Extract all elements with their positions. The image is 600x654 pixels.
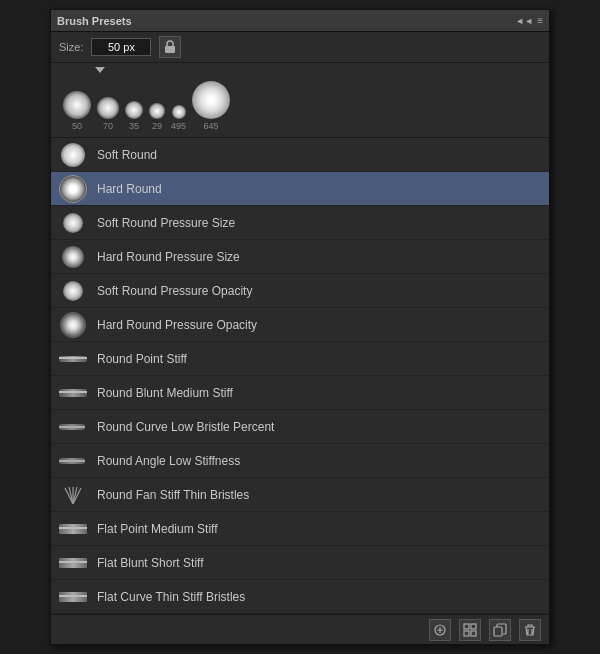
brush-item-round-point-stiff[interactable]: Round Point Stiff (51, 342, 549, 376)
svg-rect-10 (471, 631, 476, 636)
brush-sample-3[interactable]: 29 (149, 103, 165, 131)
brush-name-0: Soft Round (97, 148, 157, 162)
brush-item-hard-round-pressure-size[interactable]: Hard Round Pressure Size (51, 240, 549, 274)
brush-thumb-5 (59, 311, 87, 339)
title-bar-right: ◄◄ ≡ (515, 15, 543, 26)
brush-name-8: Round Curve Low Bristle Percent (97, 420, 274, 434)
brush-item-flat-point-medium-stiff[interactable]: Flat Point Medium Stiff (51, 512, 549, 546)
brush-name-5: Hard Round Pressure Opacity (97, 318, 257, 332)
brush-name-11: Flat Point Medium Stiff (97, 522, 218, 536)
brush-sample-1[interactable]: 70 (97, 97, 119, 131)
menu-icon[interactable]: ≡ (537, 15, 543, 26)
brush-item-soft-round-pressure-size[interactable]: Soft Round Pressure Size (51, 206, 549, 240)
svg-line-5 (73, 488, 81, 504)
brush-item-round-angle-low-stiffness[interactable]: Round Angle Low Stiffness (51, 444, 549, 478)
brush-name-10: Round Fan Stiff Thin Bristles (97, 488, 249, 502)
panel-title: Brush Presets (57, 15, 132, 27)
svg-rect-0 (165, 46, 175, 53)
title-bar-left: Brush Presets (57, 15, 132, 27)
collapse-arrows[interactable]: ◄◄ (515, 16, 533, 26)
size-indicator (95, 67, 105, 73)
brush-name-9: Round Angle Low Stiffness (97, 454, 240, 468)
brush-thumb-9 (59, 447, 87, 475)
brush-name-4: Soft Round Pressure Opacity (97, 284, 252, 298)
svg-line-1 (65, 488, 73, 504)
brush-sample-5[interactable]: 645 (192, 81, 230, 131)
brush-thumb-6 (59, 345, 87, 373)
bottom-toolbar (51, 614, 549, 644)
brush-options-btn[interactable] (459, 619, 481, 641)
brush-item-round-curve-low-bristle[interactable]: Round Curve Low Bristle Percent (51, 410, 549, 444)
brush-thumb-8 (59, 413, 87, 441)
size-lock-icon[interactable] (159, 36, 181, 58)
svg-rect-11 (494, 627, 502, 636)
brush-name-6: Round Point Stiff (97, 352, 187, 366)
brush-item-flat-blunt-short-stiff[interactable]: Flat Blunt Short Stiff (51, 546, 549, 580)
brush-thumb-1 (59, 175, 87, 203)
svg-rect-9 (464, 631, 469, 636)
brush-thumb-10 (59, 481, 87, 509)
brush-name-12: Flat Blunt Short Stiff (97, 556, 204, 570)
brush-thumb-2 (59, 209, 87, 237)
brush-list: Soft Round Hard Round Soft Round Pressur… (51, 138, 549, 614)
brush-thumb-4 (59, 277, 87, 305)
brush-name-7: Round Blunt Medium Stiff (97, 386, 233, 400)
brush-item-soft-round-pressure-opacity[interactable]: Soft Round Pressure Opacity (51, 274, 549, 308)
brush-item-flat-curve-thin[interactable]: Flat Curve Thin Stiff Bristles (51, 580, 549, 614)
brush-thumb-12 (59, 549, 87, 577)
delete-brush-btn[interactable] (519, 619, 541, 641)
title-bar: Brush Presets ◄◄ ≡ (51, 10, 549, 32)
brush-thumb-13 (59, 583, 87, 611)
brush-name-3: Hard Round Pressure Size (97, 250, 240, 264)
brush-presets-panel: Brush Presets ◄◄ ≡ Size: 50 (50, 9, 550, 645)
svg-rect-7 (464, 624, 469, 629)
brush-sample-label-0: 50 (72, 121, 82, 131)
brush-item-soft-round[interactable]: Soft Round (51, 138, 549, 172)
brush-sample-0[interactable]: 50 (63, 91, 91, 131)
brush-list-container: Soft Round Hard Round Soft Round Pressur… (51, 138, 549, 614)
brush-name-1: Hard Round (97, 182, 162, 196)
duplicate-brush-btn[interactable] (489, 619, 511, 641)
brush-item-round-fan-stiff[interactable]: Round Fan Stiff Thin Bristles (51, 478, 549, 512)
size-input[interactable] (91, 38, 151, 56)
svg-rect-8 (471, 624, 476, 629)
brush-thumb-3 (59, 243, 87, 271)
brush-thumb-0 (59, 141, 87, 169)
brush-sample-label-1: 70 (103, 121, 113, 131)
brush-sample-4[interactable]: 495 (171, 105, 186, 131)
brush-sample-2[interactable]: 35 (125, 101, 143, 131)
brush-sample-label-3: 29 (152, 121, 162, 131)
brush-preview-area: 50 70 35 29 495 (51, 63, 549, 138)
brush-name-2: Soft Round Pressure Size (97, 216, 235, 230)
brush-name-13: Flat Curve Thin Stiff Bristles (97, 590, 245, 604)
create-new-brush-btn[interactable] (429, 619, 451, 641)
brush-thumb-7 (59, 379, 87, 407)
brush-sample-label-2: 35 (129, 121, 139, 131)
size-row: Size: (51, 32, 549, 63)
brush-item-hard-round[interactable]: Hard Round (51, 172, 549, 206)
brush-item-hard-round-pressure-opacity[interactable]: Hard Round Pressure Opacity (51, 308, 549, 342)
brush-thumb-11 (59, 515, 87, 543)
size-label: Size: (59, 41, 83, 53)
brush-item-round-blunt-medium-stiff[interactable]: Round Blunt Medium Stiff (51, 376, 549, 410)
brush-sample-label-5: 645 (204, 121, 219, 131)
brush-sample-label-4: 495 (171, 121, 186, 131)
